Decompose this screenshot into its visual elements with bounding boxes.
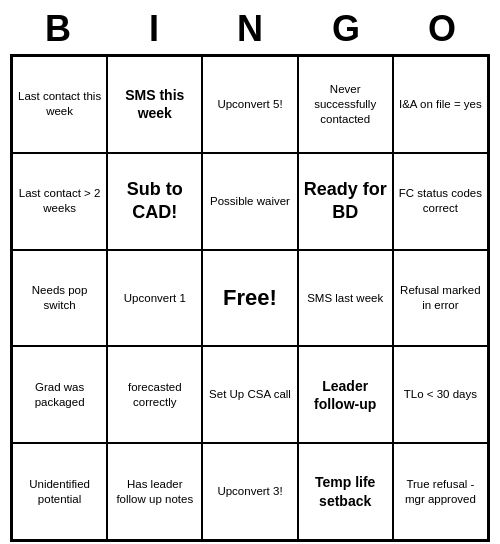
cell-8[interactable]: Ready for BD bbox=[298, 153, 393, 250]
cell-6[interactable]: Sub to CAD! bbox=[107, 153, 202, 250]
title-row: B I N G O bbox=[10, 0, 490, 54]
cell-5[interactable]: Last contact > 2 weeks bbox=[12, 153, 107, 250]
cell-1[interactable]: SMS this week bbox=[107, 56, 202, 153]
letter-o: O bbox=[402, 8, 482, 50]
letter-n: N bbox=[210, 8, 290, 50]
cell-20[interactable]: Unidentified potential bbox=[12, 443, 107, 540]
cell-18[interactable]: Leader follow-up bbox=[298, 346, 393, 443]
cell-9[interactable]: FC status codes correct bbox=[393, 153, 488, 250]
cell-3[interactable]: Never successfully contacted bbox=[298, 56, 393, 153]
cell-24[interactable]: True refusal - mgr approved bbox=[393, 443, 488, 540]
cell-23[interactable]: Temp life setback bbox=[298, 443, 393, 540]
letter-g: G bbox=[306, 8, 386, 50]
cell-19[interactable]: TLo < 30 days bbox=[393, 346, 488, 443]
cell-0[interactable]: Last contact this week bbox=[12, 56, 107, 153]
cell-21[interactable]: Has leader follow up notes bbox=[107, 443, 202, 540]
letter-b: B bbox=[18, 8, 98, 50]
cell-10[interactable]: Needs pop switch bbox=[12, 250, 107, 347]
cell-12[interactable]: Free! bbox=[202, 250, 297, 347]
cell-17[interactable]: Set Up CSA call bbox=[202, 346, 297, 443]
cell-11[interactable]: Upconvert 1 bbox=[107, 250, 202, 347]
cell-13[interactable]: SMS last week bbox=[298, 250, 393, 347]
cell-22[interactable]: Upconvert 3! bbox=[202, 443, 297, 540]
bingo-grid: Last contact this weekSMS this weekUpcon… bbox=[10, 54, 490, 542]
cell-2[interactable]: Upconvert 5! bbox=[202, 56, 297, 153]
cell-16[interactable]: forecasted correctly bbox=[107, 346, 202, 443]
letter-i: I bbox=[114, 8, 194, 50]
cell-14[interactable]: Refusal marked in error bbox=[393, 250, 488, 347]
cell-15[interactable]: Grad was packaged bbox=[12, 346, 107, 443]
cell-7[interactable]: Possible waiver bbox=[202, 153, 297, 250]
cell-4[interactable]: I&A on file = yes bbox=[393, 56, 488, 153]
